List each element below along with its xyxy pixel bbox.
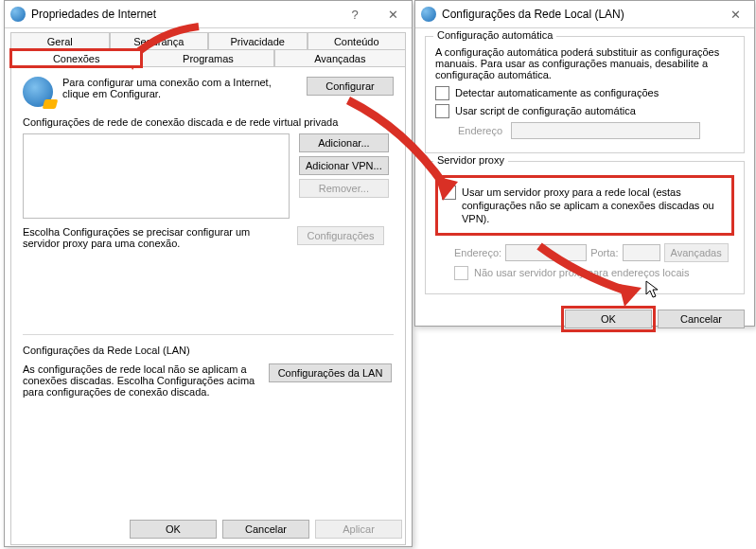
close-button[interactable]: ✕: [374, 1, 412, 27]
tabs: Geral Segurança Privacidade Conteúdo Con…: [5, 28, 412, 66]
configurar-button[interactable]: Configurar: [307, 77, 394, 96]
intro-text: Para configurar uma conexão com a Intern…: [62, 77, 297, 99]
dial-connections-listbox[interactable]: [23, 133, 290, 219]
internet-options-icon: [421, 7, 436, 22]
auto-config-group: Configuração automática A configuração a…: [425, 36, 745, 153]
tab-conteudo[interactable]: Conteúdo: [308, 32, 407, 50]
proxy-port-label: Porta:: [590, 246, 618, 259]
lan-settings-button[interactable]: Configurações da LAN: [269, 363, 392, 382]
lan-heading: Configurações da Rede Local (LAN): [23, 345, 394, 356]
cancel-button[interactable]: Cancelar: [222, 520, 309, 539]
proxy-highlight: Usar um servidor proxy para a rede local…: [435, 175, 734, 236]
proxy-port-input: [623, 244, 660, 261]
auto-config-legend: Configuração automática: [433, 29, 556, 41]
proxy-legend: Servidor proxy: [433, 154, 508, 166]
cancel-button[interactable]: Cancelar: [658, 310, 745, 328]
apply-button: Aplicar: [315, 520, 402, 539]
advanced-button: Avançadas: [664, 243, 729, 262]
internet-options-icon: [10, 7, 26, 22]
lan-settings-window: Configurações da Rede Local (LAN) ✕ Conf…: [414, 0, 755, 327]
help-button[interactable]: ?: [336, 1, 374, 27]
tab-avancadas[interactable]: Avançadas: [274, 49, 406, 67]
dial-config-button: Configurações: [297, 226, 384, 245]
close-button[interactable]: ✕: [716, 1, 754, 27]
remover-button: Remover...: [299, 179, 389, 198]
titlebar: Configurações da Rede Local (LAN) ✕: [415, 1, 754, 28]
tab-privacidade[interactable]: Privacidade: [208, 32, 308, 50]
auto-detect-label: Detectar automaticamente as configuraçõe…: [455, 86, 659, 99]
dial-help-text: Escolha Configurações se precisar config…: [23, 226, 288, 249]
script-address-input: [511, 122, 700, 139]
adicionar-vpn-button[interactable]: Adicionar VPN...: [299, 156, 389, 175]
titlebar: Propriedades de Internet ? ✕: [5, 1, 412, 28]
ok-button[interactable]: OK: [130, 520, 217, 539]
adicionar-button[interactable]: Adicionar...: [299, 133, 389, 152]
script-address-label: Endereço: [458, 124, 511, 137]
tab-geral[interactable]: Geral: [10, 32, 110, 50]
auto-config-desc: A configuração automática poderá substit…: [435, 46, 734, 80]
tab-programas[interactable]: Programas: [142, 49, 273, 67]
use-proxy-label: Usar um servidor proxy para a rede local…: [462, 186, 728, 225]
auto-detect-checkbox[interactable]: [435, 86, 449, 100]
dial-section-label: Configurações de rede de conexão discada…: [23, 116, 394, 128]
use-script-label: Usar script de configuração automática: [455, 104, 636, 117]
use-proxy-checkbox[interactable]: [442, 186, 456, 200]
proxy-address-input: [505, 244, 587, 261]
bypass-local-label: Não usar servidor proxy para endereços l…: [474, 266, 689, 279]
window-title: Configurações da Rede Local (LAN): [442, 8, 716, 21]
bypass-local-checkbox: [454, 266, 468, 280]
internet-properties-window: Propriedades de Internet ? ✕ Geral Segur…: [4, 0, 413, 547]
proxy-address-label: Endereço:: [454, 246, 501, 259]
tab-conexoes[interactable]: Conexões: [10, 49, 142, 67]
lan-help-text: As configurações de rede local não se ap…: [23, 363, 259, 398]
ok-button[interactable]: OK: [565, 310, 652, 328]
window-title: Propriedades de Internet: [31, 8, 336, 21]
tab-seguranca[interactable]: Segurança: [110, 32, 209, 50]
connection-wizard-icon: [23, 77, 53, 107]
proxy-group: Servidor proxy Usar um servidor proxy pa…: [425, 161, 745, 294]
connections-panel: Para configurar uma conexão com a Intern…: [10, 66, 406, 545]
use-script-checkbox[interactable]: [435, 104, 449, 118]
